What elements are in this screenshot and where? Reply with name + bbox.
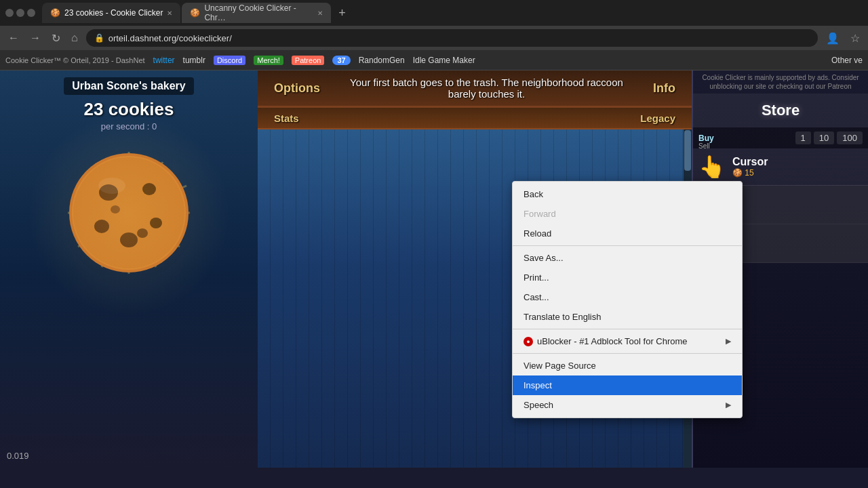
ctx-inspect[interactable]: Inspect (513, 375, 742, 395)
count-badge[interactable]: 37 (332, 56, 350, 65)
url-text: orteil.dashnet.org/cookieclicker/ (108, 33, 232, 43)
discord-link[interactable]: Discord (214, 56, 245, 65)
close-btn[interactable] (5, 9, 14, 17)
buy-label: Buy (698, 134, 714, 143)
game-message: Your first batch goes to the trash. The … (336, 70, 637, 106)
context-menu: Back Forward Reload Save As... Print... … (512, 181, 743, 418)
ads-notice: Cookie Clicker is mainly supported by ad… (693, 70, 868, 94)
ctx-save-as[interactable]: Save As... (513, 248, 742, 268)
randomgen-link[interactable]: RandomGen (359, 56, 405, 65)
big-cookie[interactable] (61, 145, 197, 281)
nav-bar: Cookie Clicker™ © Orteil, 2019 - DashNet… (0, 50, 868, 70)
ctx-inspect-label: Inspect (524, 380, 552, 390)
options-button[interactable]: Options (258, 70, 336, 106)
ctx-back[interactable]: Back (513, 184, 742, 204)
svg-point-14 (73, 157, 184, 268)
cookie-wrapper[interactable] (61, 145, 197, 283)
back-button[interactable]: ← (5, 29, 22, 47)
tab-favicon: 🍪 (50, 8, 60, 18)
cursor-name: Cursor (732, 156, 863, 168)
reload-button[interactable]: ↻ (49, 29, 63, 47)
brand-label: Cookie Clicker™ © Orteil, 2019 - DashNet (5, 56, 145, 64)
maximize-btn[interactable] (27, 9, 35, 17)
svg-point-16 (142, 183, 156, 195)
url-bar[interactable]: 🔒 orteil.dashnet.org/cookieclicker/ (86, 29, 818, 47)
scroll-thumb[interactable] (684, 130, 691, 171)
window-controls (5, 9, 35, 17)
left-panel: Urban Scone's bakery 23 cookies per seco… (0, 70, 258, 468)
merch-link[interactable]: Merch! (254, 56, 283, 65)
twitter-link[interactable]: twitter (153, 56, 175, 65)
svg-point-17 (94, 220, 109, 233)
home-button[interactable]: ⌂ (68, 29, 81, 47)
patreon-link[interactable]: Patreon (292, 56, 325, 65)
ctx-back-label: Back (524, 189, 543, 199)
ctx-save-as-label: Save As... (524, 253, 564, 263)
ublocker-icon: ● (524, 337, 533, 346)
svg-point-21 (137, 228, 148, 238)
ctx-ublocker[interactable]: ● uBlocker - #1 Adblock Tool for Chrome … (513, 331, 742, 351)
minimize-btn[interactable] (16, 9, 24, 17)
ctx-cast-label: Cast... (524, 292, 549, 302)
browser-chrome: 🍪 23 cookies - Cookie Clicker ✕ 🍪 Uncann… (0, 0, 868, 70)
ctx-speech-arrow: ▶ (726, 401, 731, 409)
qty-1-button[interactable]: 1 (795, 131, 811, 144)
cursor-info: Cursor 🍪 15 (732, 156, 863, 178)
ctx-translate-label: Translate to English (524, 312, 601, 322)
ctx-print[interactable]: Print... (513, 268, 742, 287)
fps-counter: 0.019 (7, 451, 29, 461)
ctx-sep-2 (513, 329, 742, 329)
ctx-view-source-label: View Page Source (524, 361, 596, 371)
ctx-speech-label: Speech (524, 400, 553, 410)
address-bar: ← → ↻ ⌂ 🔒 orteil.dashnet.org/cookieclick… (0, 26, 868, 50)
bakery-name: Urban Scone's bakery (64, 77, 193, 95)
svg-point-20 (111, 205, 120, 214)
ctx-print-label: Print... (524, 272, 549, 283)
tab2-label: Uncanny Cookie Clicker - Chr… (204, 3, 313, 22)
store-title: Store (693, 94, 868, 127)
account-icon[interactable]: 👤 (823, 29, 842, 47)
ctx-ublocker-label: uBlocker - #1 Adblock Tool for Chrome (537, 336, 688, 346)
tab2-favicon: 🍪 (190, 8, 200, 18)
ctx-sep-3 (513, 353, 742, 354)
ctx-view-source[interactable]: View Page Source (513, 356, 742, 375)
tab-bar: 🍪 23 cookies - Cookie Clicker ✕ 🍪 Uncann… (0, 0, 868, 26)
cookie-count: 23 cookies (84, 99, 174, 120)
qty-100-button[interactable]: 100 (837, 131, 863, 144)
bookmark-icon[interactable]: ☆ (848, 29, 863, 47)
tab-uncanny[interactable]: 🍪 Uncanny Cookie Clicker - Chr… ✕ (182, 3, 331, 23)
other-label: Other ve (831, 56, 863, 65)
sell-label: Sell (698, 142, 710, 150)
tumblr-link[interactable]: tumblr (183, 56, 205, 65)
tab-label: 23 cookies - Cookie Clicker (64, 8, 163, 18)
ctx-forward: Forward (513, 204, 742, 224)
qty-10-button[interactable]: 10 (814, 131, 834, 144)
ctx-speech[interactable]: Speech ▶ (513, 395, 742, 415)
ctx-reload[interactable]: Reload (513, 224, 742, 243)
ctx-sep-1 (513, 245, 742, 246)
cursor-icon: 👆 (698, 154, 726, 180)
per-second: per second : 0 (101, 121, 157, 131)
tab-cookie-clicker[interactable]: 🍪 23 cookies - Cookie Clicker ✕ (42, 3, 180, 23)
new-tab-button[interactable]: + (332, 3, 351, 22)
info-button[interactable]: Info (637, 70, 692, 106)
top-bar: Options Your first batch goes to the tra… (258, 70, 692, 108)
cursor-store-item[interactable]: 👆 Cursor 🍪 15 (693, 148, 868, 186)
svg-point-19 (120, 232, 138, 247)
secure-icon: 🔒 (94, 33, 104, 43)
buy-sell-controls: Buy Sell 1 10 100 (693, 127, 868, 148)
svg-point-22 (98, 178, 125, 194)
forward-button[interactable]: → (27, 29, 43, 47)
ctx-translate[interactable]: Translate to English (513, 307, 742, 327)
tab2-close-icon[interactable]: ✕ (317, 9, 323, 17)
svg-point-18 (150, 218, 162, 228)
stats-button[interactable]: Stats (258, 108, 315, 128)
ctx-ublocker-arrow: ▶ (726, 337, 731, 346)
idle-game-link[interactable]: Idle Game Maker (413, 56, 475, 65)
ctx-forward-label: Forward (524, 209, 556, 219)
legacy-button[interactable]: Legacy (624, 108, 692, 128)
ctx-reload-label: Reload (524, 228, 551, 239)
tab-close-icon[interactable]: ✕ (167, 9, 172, 17)
cursor-price: 🍪 15 (732, 168, 863, 178)
ctx-cast[interactable]: Cast... (513, 287, 742, 307)
